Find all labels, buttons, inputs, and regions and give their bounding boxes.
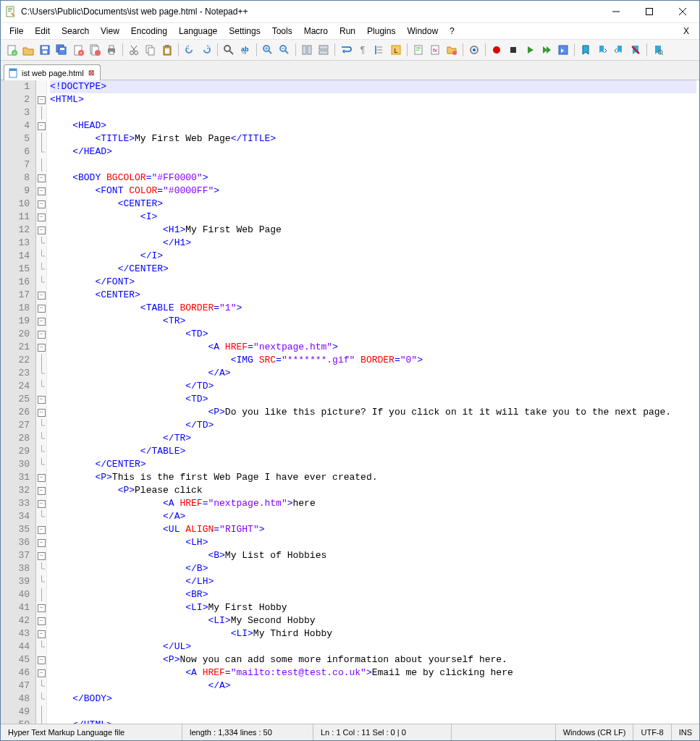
minimize-button[interactable] (599, 1, 633, 22)
save-all-icon[interactable] (54, 42, 69, 58)
code-area[interactable]: <!DOCTYPE><HTML> <HEAD> <TITLE>My First … (47, 80, 699, 724)
svg-rect-16 (60, 48, 64, 50)
zoom-in-icon[interactable] (260, 42, 276, 58)
toolbar-separator (334, 43, 335, 56)
monitor-icon[interactable] (466, 42, 482, 58)
menu-encoding[interactable]: Encoding (125, 24, 173, 38)
maximize-button[interactable] (633, 1, 666, 22)
bm-next-icon[interactable] (594, 42, 610, 58)
replace-icon[interactable]: ab (237, 42, 253, 58)
line-number-gutter[interactable]: 1234567891011121314151617181920212223242… (1, 80, 36, 724)
menu-settings[interactable]: Settings (223, 24, 266, 38)
menu-plugins[interactable]: Plugins (361, 24, 401, 38)
save-macro-icon[interactable] (555, 42, 571, 58)
bm-clear-icon[interactable] (628, 42, 644, 58)
redo-icon[interactable] (198, 42, 214, 58)
status-eol[interactable]: Windows (CR LF) (556, 724, 634, 740)
svg-point-65 (493, 46, 500, 54)
lang-icon[interactable]: L (388, 42, 404, 58)
svg-rect-2 (8, 9, 12, 10)
sync-h-icon[interactable] (316, 42, 332, 58)
open-file-icon[interactable] (20, 42, 36, 58)
svg-rect-46 (308, 46, 311, 54)
html-file-icon (9, 68, 19, 78)
toolbar-separator (295, 43, 296, 56)
svg-rect-1 (8, 8, 12, 9)
toolbar: +×ab¶Lfx (1, 40, 699, 61)
menu-search[interactable]: Search (56, 24, 95, 38)
svg-line-70 (662, 54, 663, 55)
tab-label: ist web page.html (22, 69, 84, 77)
sync-v-icon[interactable] (299, 42, 315, 58)
print-icon[interactable] (104, 42, 119, 58)
menu-view[interactable]: View (95, 24, 125, 38)
menu-macro[interactable]: Macro (298, 24, 334, 38)
new-file-icon[interactable]: + (4, 42, 20, 58)
svg-rect-25 (109, 51, 114, 54)
svg-rect-3 (8, 11, 11, 12)
svg-point-26 (130, 51, 134, 55)
svg-rect-48 (319, 51, 328, 54)
record-icon[interactable] (489, 42, 505, 58)
save-icon[interactable] (37, 42, 53, 58)
toolbar-separator (217, 43, 218, 56)
status-position: Ln : 1 Col : 11 Sel : 0 | 0 (313, 724, 452, 740)
menu-file[interactable]: File (4, 24, 29, 38)
svg-point-62 (452, 51, 457, 55)
fold-column[interactable]: −−−−−−−−−−−−−−−−−−−−−−−−− (36, 80, 47, 724)
status-language: Hyper Text Markup Language file (1, 724, 182, 740)
paste-icon[interactable] (159, 42, 175, 58)
menu-window[interactable]: Window (401, 24, 444, 38)
menu-extra[interactable]: X (676, 24, 696, 38)
zoom-out-icon[interactable] (277, 42, 292, 58)
svg-point-22 (95, 50, 101, 56)
svg-line-36 (229, 51, 233, 54)
svg-rect-57 (416, 47, 421, 48)
undo-icon[interactable] (182, 42, 198, 58)
doc-map-icon[interactable] (410, 42, 426, 58)
menu-tools[interactable]: Tools (266, 24, 298, 38)
svg-rect-58 (416, 48, 421, 49)
code-editor[interactable]: 1234567891011121314151617181920212223242… (1, 80, 699, 724)
play-icon[interactable] (522, 42, 538, 58)
status-encoding[interactable]: UTF-8 (633, 724, 671, 740)
folder-icon[interactable] (444, 42, 460, 58)
svg-rect-45 (303, 46, 306, 54)
toolbar-separator (178, 43, 179, 56)
bm-toggle-icon[interactable] (578, 42, 594, 58)
svg-text:¶: ¶ (360, 45, 365, 55)
titlebar[interactable]: C:\Users\Public\Documents\ist web page.h… (1, 1, 699, 23)
svg-text:×: × (80, 51, 83, 55)
svg-rect-47 (319, 46, 328, 49)
indent-guide-icon[interactable] (371, 42, 387, 58)
tabbar: ist web page.html ⊠ (1, 61, 699, 80)
toolbar-separator (407, 43, 408, 56)
menu-edit[interactable]: Edit (29, 24, 56, 38)
menu-run[interactable]: Run (334, 24, 361, 38)
close-icon[interactable]: × (70, 42, 86, 58)
func-list-icon[interactable]: fx (427, 42, 443, 58)
svg-rect-31 (148, 48, 154, 55)
tab-close-icon[interactable]: ⊠ (87, 69, 96, 77)
menu-language[interactable]: Language (173, 24, 223, 38)
all-chars-icon[interactable]: ¶ (355, 42, 371, 58)
bm-prev-icon[interactable] (611, 42, 627, 58)
close-button[interactable] (666, 1, 699, 22)
toolbar-separator (463, 43, 463, 56)
bm-find-icon[interactable] (650, 42, 666, 58)
svg-rect-12 (42, 46, 48, 49)
wrap-icon[interactable] (338, 42, 354, 58)
svg-point-64 (473, 48, 476, 51)
menu-help[interactable]: ? (444, 24, 460, 38)
file-tab[interactable]: ist web page.html ⊠ (4, 64, 101, 80)
close-all-icon[interactable] (87, 42, 103, 58)
find-icon[interactable] (221, 42, 237, 58)
svg-rect-5 (646, 9, 653, 15)
stop-icon[interactable] (505, 42, 521, 58)
statusbar: Hyper Text Markup Language file length :… (1, 724, 699, 740)
play-multi-icon[interactable] (539, 42, 554, 58)
copy-icon[interactable] (143, 42, 159, 58)
status-insert-mode[interactable]: INS (672, 724, 699, 740)
cut-icon[interactable] (126, 42, 142, 58)
svg-rect-13 (43, 51, 47, 54)
